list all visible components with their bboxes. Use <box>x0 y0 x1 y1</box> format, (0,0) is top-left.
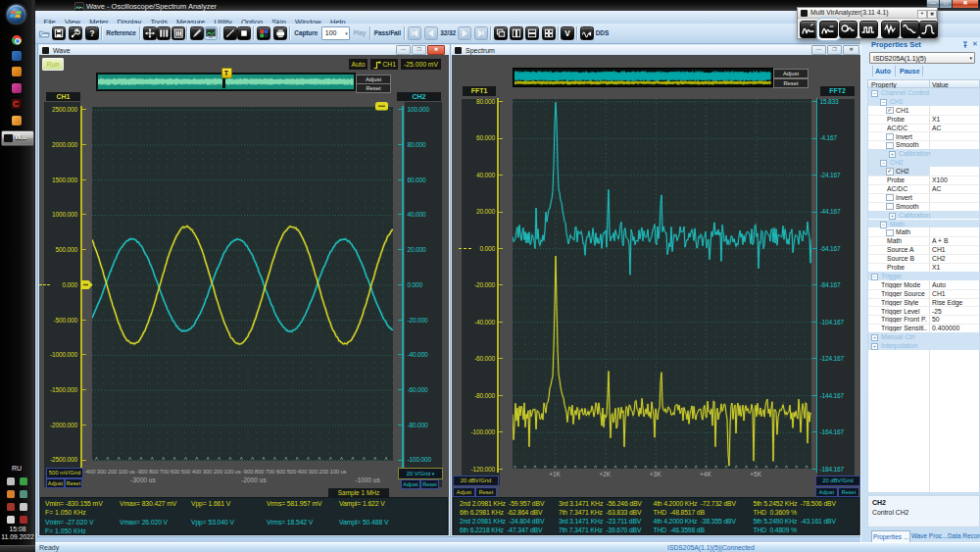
orange-ball-icon[interactable] <box>7 490 15 498</box>
logic-icon[interactable] <box>859 21 878 38</box>
show-desktop-button[interactable] <box>0 545 35 552</box>
window-cascade-icon[interactable] <box>494 26 508 40</box>
blue-app-icon[interactable] <box>12 51 22 61</box>
clock[interactable]: 15:08 <box>0 526 35 532</box>
checkbox-checked[interactable]: ✓ <box>886 168 894 176</box>
wave-restore-button[interactable]: ❐ <box>412 45 426 55</box>
viranalyzer-dropdown-button[interactable]: ▾ <box>917 10 927 19</box>
magenta-app-icon[interactable] <box>12 83 22 93</box>
meter-icon[interactable] <box>839 21 858 38</box>
nav-next-icon[interactable] <box>458 26 471 40</box>
window-arrange-icon[interactable] <box>542 26 556 40</box>
spectrum-icon[interactable] <box>819 21 838 38</box>
language-indicator[interactable]: RU <box>12 465 22 472</box>
remote-window-icon[interactable] <box>7 477 15 485</box>
columns-icon[interactable] <box>157 26 171 40</box>
property-row-calibration[interactable]: +Calibration <box>868 211 979 220</box>
spectrum-plot[interactable] <box>513 99 811 470</box>
fft2-reset-button[interactable]: Reset <box>838 487 859 497</box>
panel-tab-properties-[interactable]: Properties ... <box>871 530 910 542</box>
line-tool-icon[interactable] <box>223 26 237 40</box>
capture-label[interactable]: Capture <box>294 29 318 36</box>
oscilloscope-icon[interactable] <box>800 21 818 38</box>
flag-icon[interactable] <box>7 516 15 524</box>
stop-square-icon[interactable] <box>237 26 251 40</box>
open-folder-icon[interactable] <box>37 26 51 40</box>
pause-button[interactable]: Pause <box>900 68 920 75</box>
panel-tab-data-record[interactable]: Data Record <box>948 530 980 541</box>
viranalyzer-close-button[interactable]: ✖ <box>927 10 937 19</box>
ch1-ground-marker[interactable] <box>81 280 93 289</box>
close-button[interactable]: ✖ <box>952 0 979 9</box>
capture-count-combo[interactable]: 100▾ <box>321 26 350 40</box>
wrench-icon[interactable] <box>69 26 82 40</box>
move-cross-icon[interactable] <box>143 26 157 40</box>
checkbox-unchecked[interactable] <box>886 142 894 150</box>
fft1-dbv-per-grid[interactable]: 20 dBV/Grid <box>453 476 499 486</box>
spectrum-close-button[interactable]: ✖ <box>843 45 859 55</box>
sync-folder-icon[interactable] <box>20 490 27 498</box>
help-icon[interactable]: ? <box>85 26 99 40</box>
dds-icon[interactable] <box>580 26 594 40</box>
sweep-icon[interactable] <box>901 21 919 38</box>
fft1-adjust-button[interactable]: Adjust <box>453 487 475 497</box>
panel-close-icon[interactable]: ✕ <box>972 40 978 48</box>
run-button[interactable]: Run <box>42 58 64 71</box>
property-row-manual-ctrl[interactable]: +Manual Ctrl <box>868 332 979 341</box>
checkbox-unchecked[interactable] <box>886 203 894 211</box>
reference-button[interactable]: Reference <box>106 29 136 36</box>
trigger-position-marker[interactable]: T <box>221 68 232 78</box>
window-tile-vertical-icon[interactable] <box>510 26 523 40</box>
start-button[interactable] <box>7 5 25 24</box>
auto-button[interactable]: Auto <box>875 68 891 75</box>
property-row-ch2[interactable]: −CH2 <box>868 158 979 167</box>
orange-ball-app-icon[interactable] <box>12 116 22 125</box>
checkbox-unchecked[interactable] <box>886 194 894 202</box>
ch1-adjust-button[interactable]: Adjust <box>46 478 65 488</box>
dds-label[interactable]: DDS <box>596 29 609 36</box>
display-icon[interactable] <box>204 26 218 40</box>
nav-last-icon[interactable] <box>474 26 488 40</box>
ch1-volts-per-grid[interactable]: 500 mV/Grid <box>46 468 83 478</box>
palette-icon[interactable] <box>257 26 270 40</box>
ch2-volts-per-grid[interactable]: 20 V/Grid ▾ <box>398 468 443 479</box>
maximize-button[interactable]: □ <box>939 0 953 9</box>
wave-window-titlebar[interactable]: Wave <box>39 45 449 55</box>
pen-icon[interactable] <box>190 26 204 40</box>
wave-plot[interactable] <box>92 107 393 461</box>
property-row-channel-control[interactable]: −Channel Control <box>868 88 979 97</box>
ch2-reset-button[interactable]: Reset <box>420 479 439 489</box>
spectrum-window-titlebar[interactable]: Spectrum <box>452 45 860 55</box>
fft2-dbv-per-grid[interactable]: 20 dBV/Grid <box>815 476 860 486</box>
property-row-trigger[interactable]: −Trigger <box>868 272 979 280</box>
checkbox-unchecked[interactable] <box>886 133 894 141</box>
red-c-icon[interactable] <box>7 503 15 511</box>
property-row-ch1[interactable]: −CH1 <box>868 97 979 106</box>
nav-prev-icon[interactable] <box>424 26 438 40</box>
chrome-icon[interactable] <box>12 35 22 45</box>
ch2-adjust-button[interactable]: Adjust <box>401 479 420 489</box>
trigger-level-flag[interactable] <box>375 102 389 111</box>
red-c-app-icon[interactable]: C <box>12 99 22 109</box>
property-row-calibration[interactable]: +Calibration <box>868 149 979 158</box>
spectrum-reset-button[interactable]: Reset <box>773 78 808 88</box>
spectrum-minimize-button[interactable]: — <box>811 45 826 55</box>
spectrum-maximize-button[interactable]: ❐ <box>827 45 842 55</box>
columns-grid-icon[interactable] <box>172 26 185 40</box>
checkbox-checked[interactable]: ✓ <box>886 107 894 115</box>
action-center-icon[interactable] <box>20 516 27 524</box>
usb-plug-icon[interactable] <box>20 477 27 485</box>
taskbar-running-app-button[interactable]: W... <box>1 130 34 146</box>
save-icon[interactable] <box>52 26 66 40</box>
panel-tab-wave-proc-[interactable]: Wave Proc... <box>911 530 946 541</box>
tree-toggle-icon[interactable]: + <box>871 343 878 350</box>
printer-icon[interactable] <box>273 26 287 40</box>
wave-close-button[interactable]: ✖ <box>427 45 445 55</box>
wave-minimize-button[interactable]: — <box>396 45 411 55</box>
wave-adjust-button[interactable]: Adjust <box>356 75 391 84</box>
filter-icon[interactable] <box>919 21 938 38</box>
spectrum-adjust-button[interactable]: Adjust <box>773 69 808 78</box>
spectrum-preview-strip[interactable] <box>513 68 773 87</box>
window-tile-horizontal-icon[interactable] <box>525 26 539 40</box>
passfail-label[interactable]: Pass/Fail <box>374 29 401 36</box>
